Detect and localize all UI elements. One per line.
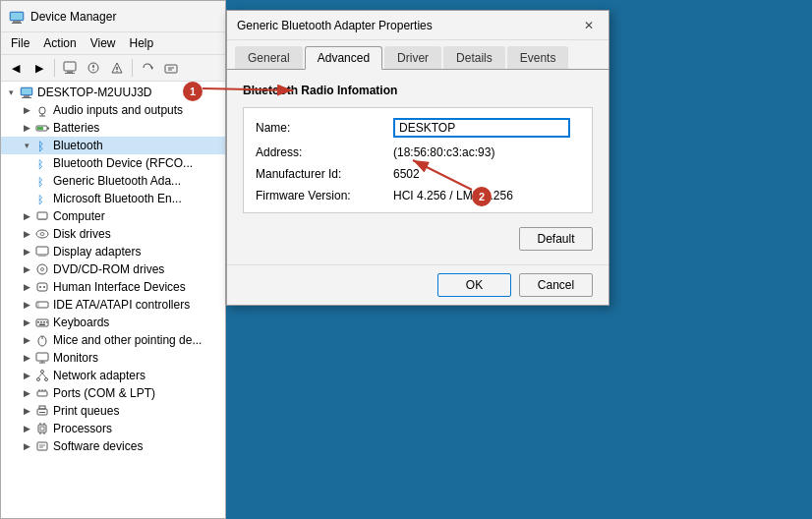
tree-ide[interactable]: ▶ IDE ATA/ATAPI controllers [1, 296, 225, 314]
svg-rect-51 [36, 353, 48, 361]
icon-display [34, 244, 50, 260]
ide-label: IDE ATA/ATAPI controllers [53, 298, 190, 312]
menu-help[interactable]: Help [124, 34, 160, 52]
tree-print[interactable]: ▶ Print queues [1, 402, 225, 420]
tree-keyboards[interactable]: ▶ Keyboards [1, 314, 225, 331]
tree-bluetooth[interactable]: ▾ ᛒ Bluetooth [1, 137, 225, 154]
tree-root[interactable]: ▾ DESKTOP-M2UUJ3D [1, 84, 225, 101]
tree-batteries[interactable]: ▶ Batteries [1, 119, 225, 137]
toolbar-refresh[interactable] [137, 57, 158, 79]
expand-print[interactable]: ▶ [19, 403, 34, 419]
tree-mice[interactable]: ▶ Mice and other pointing de... [1, 331, 225, 349]
name-input[interactable] [393, 118, 570, 138]
expand-dvd[interactable]: ▶ [19, 261, 34, 277]
svg-rect-13 [165, 65, 177, 73]
bluetooth-children: ᛒ Bluetooth Device (RFCO... ᛒ Generic Bl… [1, 154, 225, 207]
svg-rect-5 [67, 71, 73, 73]
svg-text:ᛒ: ᛒ [37, 140, 44, 152]
tab-general[interactable]: General [235, 46, 303, 69]
svg-point-9 [92, 69, 94, 71]
svg-point-54 [41, 371, 44, 374]
computer-label: Computer [53, 209, 105, 223]
cancel-button[interactable]: Cancel [519, 273, 593, 297]
expand-keyboards[interactable]: ▶ [19, 315, 34, 330]
dm-title-text: Device Manager [30, 10, 116, 24]
tree-computer[interactable]: ▶ Computer [1, 207, 225, 225]
toolbar-properties[interactable] [160, 57, 182, 79]
expand-ports[interactable]: ▶ [19, 385, 34, 401]
tree-processors[interactable]: ▶ Processors [1, 420, 225, 437]
tree-monitors[interactable]: ▶ Monitors [1, 349, 225, 367]
toolbar-btn1[interactable] [59, 57, 81, 79]
properties-dialog: Generic Bluetooth Adapter Properties ✕ G… [226, 10, 609, 306]
svg-rect-17 [24, 95, 29, 97]
svg-rect-66 [38, 425, 46, 432]
expand-network[interactable]: ▶ [19, 368, 34, 383]
dialog-content: Bluetooth Radio Infomation Name: Address… [227, 70, 609, 264]
dvd-label: DVD/CD-ROM drives [53, 262, 164, 276]
default-button[interactable]: Default [519, 227, 593, 251]
address-value: (18:56:80:c3:ac:93) [393, 145, 580, 159]
toolbar-sep1 [54, 59, 55, 77]
svg-rect-35 [38, 255, 46, 257]
menu-action[interactable]: Action [37, 34, 82, 52]
tree-bt-device3[interactable]: ᛒ Microsoft Bluetooth En... [34, 190, 225, 207]
expand-mice[interactable]: ▶ [19, 332, 34, 348]
expand-processors[interactable]: ▶ [19, 421, 34, 436]
close-button[interactable]: ✕ [579, 16, 599, 35]
bt-device3-label: Microsoft Bluetooth En... [53, 192, 182, 205]
disk-label: Disk drives [53, 227, 111, 241]
expand-software[interactable]: ▶ [19, 438, 34, 454]
icon-monitor [34, 350, 50, 366]
expand-audio[interactable]: ▶ [19, 102, 34, 118]
tab-advanced[interactable]: Advanced [305, 46, 382, 70]
tree-network[interactable]: ▶ Network adapters [1, 367, 225, 384]
tree-bt-device1[interactable]: ᛒ Bluetooth Device (RFCO... [34, 154, 225, 172]
expand-hid[interactable]: ▶ [19, 279, 34, 295]
tab-driver[interactable]: Driver [384, 46, 441, 69]
svg-point-33 [40, 233, 44, 236]
icon-disk [34, 226, 50, 242]
svg-rect-19 [22, 88, 31, 94]
toolbar-forward[interactable]: ▶ [29, 57, 50, 79]
tree-software[interactable]: ▶ Software devices [1, 437, 225, 455]
expand-monitors[interactable]: ▶ [19, 350, 34, 366]
display-label: Display adapters [53, 245, 141, 259]
name-label: Name: [256, 121, 393, 135]
expand-bluetooth[interactable]: ▾ [19, 138, 34, 153]
icon-dvd [34, 261, 50, 277]
svg-text:ᛒ: ᛒ [37, 194, 44, 205]
tree-audio[interactable]: ▶ Audio inputs and outputs [1, 101, 225, 119]
tree-dvd[interactable]: ▶ DVD/CD-ROM drives [1, 260, 225, 278]
bt-device1-label: Bluetooth Device (RFCO... [53, 156, 193, 170]
tree-display[interactable]: ▶ Display adapters [1, 243, 225, 260]
expand-batteries[interactable]: ▶ [19, 120, 34, 136]
menu-view[interactable]: View [85, 34, 122, 52]
expand-root[interactable]: ▾ [3, 85, 19, 100]
tab-events[interactable]: Events [507, 46, 569, 69]
tab-details[interactable]: Details [443, 46, 505, 69]
icon-print [34, 403, 50, 419]
tree-bt-device2[interactable]: ᛒ Generic Bluetooth Ada... [34, 172, 225, 190]
icon-software [34, 438, 50, 454]
icon-computer [19, 85, 34, 100]
svg-rect-24 [47, 128, 49, 130]
expand-ide[interactable]: ▶ [19, 297, 34, 313]
tree-disk[interactable]: ▶ Disk drives [1, 225, 225, 243]
icon-mouse [34, 332, 50, 348]
tree-ports[interactable]: ▶ Ports (COM & LPT) [1, 384, 225, 402]
svg-rect-20 [39, 107, 45, 114]
svg-point-39 [39, 286, 41, 288]
expand-display[interactable]: ▶ [19, 244, 34, 260]
dm-toolbar: ◀ ▶ [1, 55, 225, 82]
toolbar-back[interactable]: ◀ [5, 57, 27, 79]
toolbar-btn3[interactable] [106, 57, 128, 79]
menu-file[interactable]: File [5, 34, 35, 52]
svg-rect-3 [11, 13, 23, 20]
tree-hid[interactable]: ▶ Human Interface Devices [1, 278, 225, 296]
ok-button[interactable]: OK [437, 273, 511, 297]
toolbar-btn2[interactable] [83, 57, 104, 79]
expand-computer[interactable]: ▶ [19, 208, 34, 224]
svg-rect-30 [37, 212, 47, 219]
expand-disk[interactable]: ▶ [19, 226, 34, 242]
